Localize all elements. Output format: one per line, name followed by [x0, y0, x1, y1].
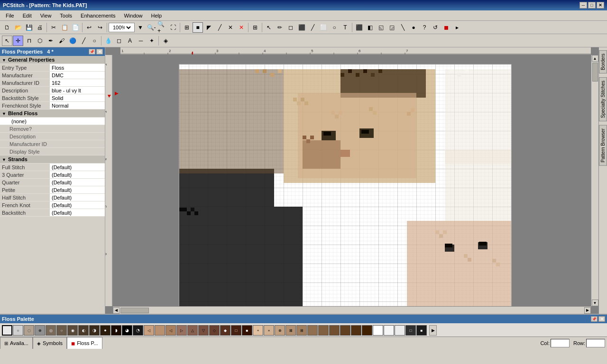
- prop-value-blend-mfgid[interactable]: [50, 140, 105, 148]
- zoom-dropdown-button[interactable]: ▼: [135, 22, 146, 33]
- view-qstitch[interactable]: ◤: [203, 22, 214, 33]
- tool2-dropper[interactable]: 💧: [103, 36, 113, 46]
- prop-value-manufacturer[interactable]: DMC: [50, 72, 105, 79]
- maximize-button[interactable]: □: [588, 2, 596, 9]
- tool2-brush[interactable]: 🖌: [56, 36, 67, 46]
- swatch-15[interactable]: ◁: [166, 325, 176, 336]
- pattern-container[interactable]: ▶: [113, 55, 591, 306]
- menu-enhancements[interactable]: Enhancements: [77, 12, 119, 19]
- palette-scroll-right[interactable]: ▶: [429, 325, 437, 336]
- menu-view[interactable]: View: [37, 12, 55, 19]
- tool-pencil[interactable]: ✏: [275, 22, 285, 33]
- tool2-lasso[interactable]: ⊓: [24, 36, 34, 46]
- stitch-full[interactable]: ⬛: [354, 22, 364, 33]
- tool-select[interactable]: ↖: [264, 22, 274, 33]
- undo-button[interactable]: ↩: [84, 22, 94, 33]
- swatch-17[interactable]: △: [187, 325, 198, 336]
- swatch-35[interactable]: [384, 325, 394, 336]
- view-color[interactable]: ✕: [236, 22, 247, 33]
- swatch-2[interactable]: ◌: [24, 325, 34, 336]
- prop-value-backstitch[interactable]: Solid: [50, 94, 105, 102]
- horizontal-scrollbar[interactable]: ◀ ▶: [113, 306, 591, 314]
- menu-file[interactable]: File: [2, 12, 18, 19]
- redo-button[interactable]: ↪: [95, 22, 105, 33]
- tool-fill[interactable]: ⬛: [296, 22, 307, 33]
- tab-borders[interactable]: Borders: [599, 50, 607, 73]
- swatch-22[interactable]: ■: [242, 325, 252, 336]
- swatch-5[interactable]: ○: [56, 325, 67, 336]
- prop-value-half-stitch[interactable]: (Default): [50, 194, 105, 201]
- swatch-27[interactable]: ⊞: [296, 325, 307, 336]
- menu-edit[interactable]: Edit: [19, 12, 36, 19]
- swatch-16[interactable]: ▷: [176, 325, 187, 336]
- swatch-32[interactable]: [351, 325, 361, 336]
- tool2-pointer[interactable]: ↖: [2, 36, 12, 46]
- tool2-circle[interactable]: ○: [89, 36, 100, 46]
- view-fknot[interactable]: ✕: [225, 22, 236, 33]
- hscroll-right-button[interactable]: ▶: [584, 307, 591, 314]
- prop-value-entry-type[interactable]: Floss: [50, 64, 105, 72]
- tab-pattern-browser[interactable]: Pattern Browser: [599, 125, 607, 166]
- swatch-28[interactable]: [307, 325, 318, 336]
- swatch-19[interactable]: ◇: [209, 325, 220, 336]
- tool-eraser[interactable]: ◻: [285, 22, 296, 33]
- swatch-23[interactable]: +: [253, 325, 263, 336]
- swatch-6[interactable]: ◉: [67, 325, 78, 336]
- tool2-text[interactable]: A: [125, 36, 135, 46]
- prop-value-description[interactable]: blue - ul vy lt: [50, 87, 105, 94]
- prop-value-full-stitch[interactable]: (Default): [50, 164, 105, 171]
- swatch-20[interactable]: ◆: [220, 325, 230, 336]
- swatch-1[interactable]: ○: [13, 325, 23, 336]
- save-button[interactable]: 💾: [24, 22, 34, 33]
- zoom-in-button[interactable]: 🔍+: [157, 22, 167, 33]
- prop-value-frenchknot[interactable]: Normal: [50, 102, 105, 109]
- new-button[interactable]: 🗋: [2, 22, 12, 33]
- palette-close-button[interactable]: ✕: [598, 316, 605, 322]
- panel-pin-button[interactable]: 📌: [89, 49, 95, 55]
- swatch-26[interactable]: ⊠: [285, 325, 296, 336]
- help-button[interactable]: ?: [419, 22, 430, 33]
- swatch-12[interactable]: ◔: [133, 325, 143, 336]
- swatch-25[interactable]: ⊗: [275, 325, 285, 336]
- tool2-pencil[interactable]: ✒: [46, 36, 56, 46]
- copy-button[interactable]: 📋: [59, 22, 70, 33]
- tool2-eraser[interactable]: ◻: [114, 36, 124, 46]
- tool2-line[interactable]: ╱: [78, 36, 89, 46]
- swatch-0[interactable]: [2, 325, 12, 336]
- hscroll-left-button[interactable]: ◀: [113, 307, 120, 314]
- swatch-14[interactable]: [155, 325, 165, 336]
- tab-floss-palette[interactable]: ◼ Floss P...: [67, 337, 102, 349]
- open-button[interactable]: 📂: [13, 22, 23, 33]
- swatch-29[interactable]: [318, 325, 329, 336]
- tool2-magic[interactable]: ⬡: [35, 36, 45, 46]
- stitch-fk[interactable]: ●: [408, 22, 419, 33]
- stitch-3q[interactable]: ◲: [386, 22, 397, 33]
- prop-value-3q-stitch[interactable]: (Default): [50, 171, 105, 179]
- swatch-10[interactable]: ◗: [111, 325, 121, 336]
- minimize-button[interactable]: ─: [579, 2, 587, 9]
- tool2-fill[interactable]: 🔵: [67, 36, 78, 46]
- cut-button[interactable]: ✂: [48, 22, 59, 33]
- swatch-7[interactable]: ◐: [78, 325, 89, 336]
- zoom-select[interactable]: 100% 75% 50% 200%: [111, 24, 132, 31]
- swatch-9[interactable]: ●: [100, 325, 110, 336]
- swatch-36[interactable]: [395, 325, 405, 336]
- tab-available[interactable]: ⊞ Availa...: [0, 337, 33, 349]
- swatch-21[interactable]: □: [231, 325, 241, 336]
- swatch-30[interactable]: [329, 325, 340, 336]
- stitch-quarter[interactable]: ◱: [376, 22, 386, 33]
- grid-toggle[interactable]: ⊞: [182, 22, 192, 33]
- tool2-dash[interactable]: ─: [136, 36, 146, 46]
- tab-specialty-stitches[interactable]: Specialty Stitches: [599, 77, 607, 121]
- swatch-18[interactable]: ▽: [198, 325, 209, 336]
- swatch-34[interactable]: [373, 325, 383, 336]
- swatch-33[interactable]: [362, 325, 372, 336]
- prop-value-mfg-id[interactable]: 162: [50, 79, 105, 87]
- prop-value-display-style[interactable]: [50, 148, 105, 155]
- swatch-24[interactable]: ×: [264, 325, 274, 336]
- view-symbol[interactable]: ⊞: [250, 22, 260, 33]
- swatch-4[interactable]: ◎: [46, 325, 56, 336]
- prop-value-quarter-stitch[interactable]: (Default): [50, 179, 105, 186]
- tool2-extra1[interactable]: ◈: [160, 36, 171, 46]
- prop-value-french-knot[interactable]: (Default): [50, 201, 105, 209]
